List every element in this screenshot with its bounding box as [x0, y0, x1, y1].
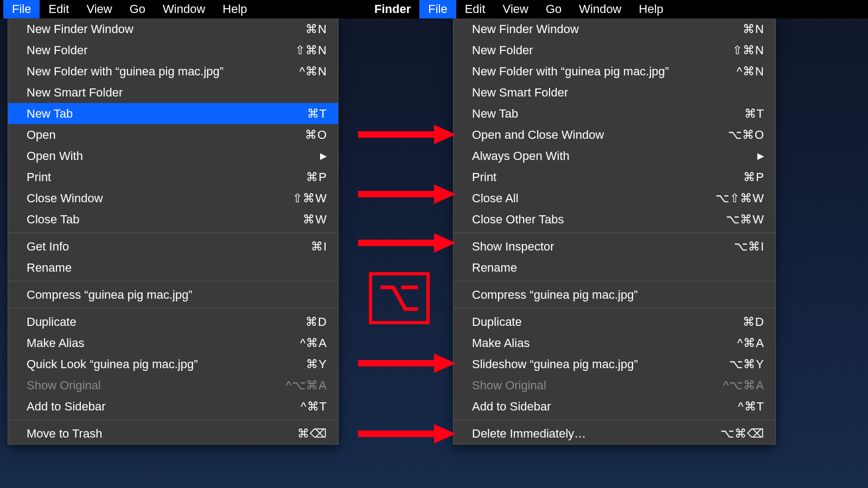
menu-item-delete-immediately[interactable]: Delete Immediately…⌥⌘⌫	[454, 423, 775, 444]
menu-item-add-to-sidebar[interactable]: Add to Sidebar^⌘T	[8, 396, 338, 417]
menu-item-label: Duplicate	[472, 313, 522, 331]
menu-item-label: New Folder	[27, 41, 87, 59]
menu-item-move-to-trash[interactable]: Move to Trash⌘⌫	[8, 423, 338, 444]
menu-item-label: New Smart Folder	[27, 84, 123, 101]
menubar-right-view[interactable]: View	[494, 0, 537, 18]
menu-item-new-folder-with-guinea-pig-mac-jpg[interactable]: New Folder with “guinea pig mac.jpg”^⌘N	[8, 61, 338, 82]
menu-item-shortcut: ⌘D	[305, 313, 327, 331]
menubar-right-go[interactable]: Go	[537, 0, 570, 18]
menu-item-shortcut: ^⌥⌘A	[723, 376, 764, 394]
menu-item-shortcut: ⌥⌘W	[726, 210, 764, 228]
menu-item-new-tab[interactable]: New Tab⌘T	[8, 103, 338, 124]
menu-item-make-alias[interactable]: Make Alias^⌘A	[454, 332, 775, 354]
menu-item-label: Compress “guinea pig mac.jpg”	[27, 286, 193, 304]
menu-item-quick-look-guinea-pig-mac-jpg[interactable]: Quick Look “guinea pig mac.jpg”⌘Y	[8, 354, 338, 375]
menu-item-shortcut: ^⌥⌘A	[286, 376, 327, 394]
menu-item-show-original: Show Original^⌥⌘A	[454, 375, 775, 396]
menu-item-new-smart-folder[interactable]: New Smart Folder	[8, 82, 338, 103]
menu-item-new-folder[interactable]: New Folder⇧⌘N	[8, 40, 338, 61]
menu-item-print[interactable]: Print⌘P	[8, 166, 338, 188]
menu-separator	[454, 420, 775, 420]
menu-item-make-alias[interactable]: Make Alias^⌘A	[8, 332, 338, 354]
menu-item-duplicate[interactable]: Duplicate⌘D	[8, 311, 338, 332]
menubar-left-help[interactable]: Help	[214, 0, 256, 18]
menu-item-label: Duplicate	[27, 313, 76, 331]
menu-item-compress-guinea-pig-mac-jpg[interactable]: Compress “guinea pig mac.jpg”	[454, 284, 775, 305]
menubar-left: File Edit View Go Window Help	[0, 0, 347, 18]
menu-item-shortcut: ^⌘A	[300, 334, 327, 352]
menu-item-open-with[interactable]: Open With▶	[8, 145, 338, 166]
svg-marker-5	[434, 233, 456, 253]
svg-marker-7	[434, 354, 456, 373]
menubar-left-edit[interactable]: Edit	[40, 0, 78, 18]
menu-item-new-tab[interactable]: New Tab⌘T	[454, 103, 775, 124]
svg-rect-6	[358, 360, 434, 367]
menubar-right-edit[interactable]: Edit	[456, 0, 494, 18]
file-menu-right: New Finder Window⌘NNew Folder⇧⌘NNew Fold…	[453, 18, 776, 445]
menu-item-label: Rename	[472, 259, 517, 277]
menu-item-close-window[interactable]: Close Window⇧⌘W	[8, 188, 338, 209]
menu-item-label: Move to Trash	[27, 425, 102, 442]
menu-item-print[interactable]: Print⌘P	[454, 166, 775, 188]
menu-item-slideshow-guinea-pig-mac-jpg[interactable]: Slideshow “guinea pig mac.jpg”⌥⌘Y	[454, 354, 775, 375]
menu-item-close-tab[interactable]: Close Tab⌘W	[8, 209, 338, 230]
menubar-left-window[interactable]: Window	[154, 0, 214, 18]
menu-item-label: Open With	[27, 147, 83, 165]
menu-item-shortcut: ⌥⇧⌘W	[716, 189, 764, 207]
svg-marker-3	[434, 184, 456, 204]
menu-separator	[454, 233, 775, 233]
menubar-app-name[interactable]: Finder	[366, 0, 419, 18]
menu-item-label: New Tab	[472, 105, 518, 123]
menu-item-show-original: Show Original^⌥⌘A	[8, 375, 338, 396]
menu-item-label: Delete Immediately…	[472, 425, 586, 442]
menubar-left-view[interactable]: View	[78, 0, 120, 18]
menu-item-duplicate[interactable]: Duplicate⌘D	[454, 311, 775, 332]
menu-item-shortcut: ⌘W	[303, 210, 327, 228]
svg-rect-0	[358, 131, 434, 138]
svg-rect-2	[358, 191, 434, 197]
menu-item-label: New Tab	[27, 105, 73, 123]
menubar-right-help[interactable]: Help	[630, 0, 672, 18]
apple-menu-icon[interactable]	[350, 7, 366, 11]
annotation-arrow-3	[358, 233, 456, 253]
menu-item-label: Print	[472, 168, 496, 186]
file-menu-left: New Finder Window⌘NNew Folder⇧⌘NNew Fold…	[8, 18, 339, 445]
menu-separator	[8, 420, 338, 420]
menu-item-new-folder-with-guinea-pig-mac-jpg[interactable]: New Folder with “guinea pig mac.jpg”^⌘N	[454, 61, 775, 82]
menubar-right-window[interactable]: Window	[570, 0, 630, 18]
menu-item-add-to-sidebar[interactable]: Add to Sidebar^⌘T	[454, 396, 775, 417]
menu-separator	[8, 281, 338, 281]
menubar-left-go[interactable]: Go	[121, 0, 154, 18]
menu-item-label: Close Tab	[27, 210, 79, 228]
menu-item-get-info[interactable]: Get Info⌘I	[8, 236, 338, 257]
menubar-left-file[interactable]: File	[3, 0, 40, 18]
menu-item-shortcut: ⌘P	[306, 168, 327, 186]
menu-item-new-folder[interactable]: New Folder⇧⌘N	[454, 40, 775, 61]
menu-item-shortcut: ⌘P	[743, 168, 764, 186]
menu-item-open[interactable]: Open⌘O	[8, 124, 338, 145]
svg-rect-4	[358, 240, 434, 246]
menu-item-always-open-with[interactable]: Always Open With▶	[454, 145, 775, 166]
menu-item-show-inspector[interactable]: Show Inspector⌥⌘I	[454, 236, 775, 257]
menu-item-new-finder-window[interactable]: New Finder Window⌘N	[8, 18, 338, 40]
menu-item-label: Add to Sidebar	[27, 397, 106, 415]
menu-item-label: Always Open With	[472, 147, 570, 165]
submenu-arrow-icon: ▶	[320, 150, 327, 163]
menubar-right-file[interactable]: File	[419, 0, 456, 18]
menu-item-shortcut: ⌘Y	[306, 355, 327, 373]
menu-item-label: Quick Look “guinea pig mac.jpg”	[27, 355, 198, 373]
menu-item-shortcut: ⇧⌘N	[295, 41, 327, 59]
menu-item-shortcut: ⌥⌘Y	[729, 355, 764, 373]
menu-item-new-finder-window[interactable]: New Finder Window⌘N	[454, 18, 775, 40]
menu-item-shortcut: ⌘T	[744, 105, 764, 123]
menu-item-label: Print	[27, 168, 51, 186]
menu-item-close-other-tabs[interactable]: Close Other Tabs⌥⌘W	[454, 209, 775, 230]
menu-item-rename[interactable]: Rename	[454, 257, 775, 278]
menu-item-compress-guinea-pig-mac-jpg[interactable]: Compress “guinea pig mac.jpg”	[8, 284, 338, 305]
menu-item-close-all[interactable]: Close All⌥⇧⌘W	[454, 188, 775, 209]
menu-item-rename[interactable]: Rename	[8, 257, 338, 278]
menu-separator	[454, 281, 775, 281]
menu-item-new-smart-folder[interactable]: New Smart Folder	[454, 82, 775, 103]
menu-item-open-and-close-window[interactable]: Open and Close Window⌥⌘O	[454, 124, 775, 145]
menu-item-shortcut: ⇧⌘N	[732, 41, 764, 59]
